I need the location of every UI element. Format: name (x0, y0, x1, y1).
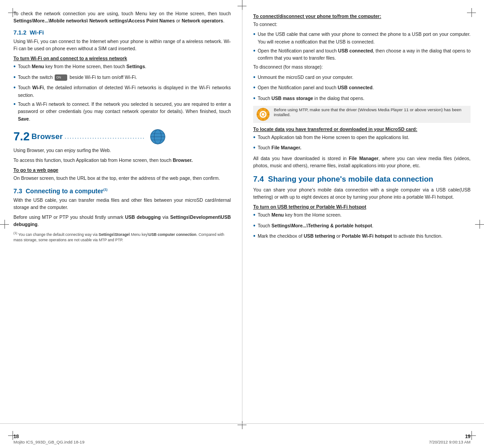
bullet-dot: • (253, 143, 255, 153)
section-712: 7.1.2 Wi-Fi Using Wi-Fi, you can connect… (13, 29, 231, 122)
section-712-title: 7.1.2 Wi-Fi (13, 29, 231, 36)
section-72-title-text: Browser (31, 132, 63, 141)
connect-heading: To connect/disconnect your phone to/from… (253, 13, 471, 19)
connect-bullet-1: • Use the USB cable that came with your … (253, 30, 471, 45)
svg-point-17 (262, 113, 264, 116)
disconnect-bullet-3: • Touch USB mass storage in the dialog t… (253, 95, 471, 104)
page-footer: Mojito ICS_993D_GB_QG.indd 18-19 7/20/20… (0, 423, 484, 448)
bullet-dot: • (253, 73, 255, 83)
content-area: To check the network connection you are … (13, 10, 471, 421)
left-mid-mark (0, 220, 9, 229)
tethering-subheading: To turn on USB tethering or Portable Wi-… (253, 204, 471, 209)
bullet-dot: • (253, 133, 255, 143)
to-connect-label: To connect: (253, 21, 471, 28)
wifi-bullet-4: • Touch a Wi-Fi network to connect. If t… (13, 100, 231, 122)
bullet-dot: • (253, 46, 255, 56)
bullet-dot: • (13, 73, 16, 83)
browser-globe-icon (150, 129, 166, 145)
section-73-title: 7.3 Connecting to a computer(1) (13, 187, 231, 195)
browser-subheading: To go to a web page (13, 167, 231, 173)
section-73: 7.3 Connecting to a computer(1) With the… (13, 187, 231, 243)
wifi-bullet-1: • Touch Menu key from the Home screen, t… (13, 63, 231, 72)
left-column: To check the network connection you are … (13, 10, 238, 421)
disconnect-bullet-1: • Unmount the microSD card on your compu… (253, 74, 471, 83)
wifi-bullet-2: • Touch the switch beside Wi-Fi to turn … (13, 74, 231, 83)
note-text: Before using MTP, make sure that the dri… (274, 107, 468, 117)
bullet-dot: • (13, 100, 16, 109)
footer-filename: Mojito ICS_993D_GB_QG.indd 18-19 (13, 439, 166, 444)
bullet-dot: • (253, 210, 255, 220)
tethering-bullet-2: • Touch Settings\More...\Tethering & por… (253, 222, 471, 231)
page-container: To check the network connection you are … (0, 0, 484, 448)
to-disconnect-label: To disconnect (for mass storage): (253, 63, 471, 70)
section-72-dots: ................................ (65, 133, 145, 140)
section-73-para2: Before using MTP or PTP you should first… (13, 213, 231, 228)
svg-rect-11 (268, 113, 269, 115)
browser-para1: Using Browser, you can enjoy surfing the… (13, 147, 231, 154)
svg-rect-9 (263, 119, 264, 121)
wifi-bullet-3: • Touch Wi-Fi, the detailed information … (13, 84, 231, 99)
locate-bullet-1: • Touch Application tab from the Home sc… (253, 134, 471, 143)
footnote-1: (1) You can change the default connectin… (13, 231, 231, 243)
note-box: Before using MTP, make sure that the dri… (253, 106, 471, 123)
section-74-title: 7.4 Sharing your phone's mobile data con… (253, 175, 471, 184)
section-72-header: 7.2 Browser ............................… (13, 129, 231, 145)
browser-para3: On Browser screen, touch the URL box at … (13, 174, 231, 182)
disconnect-bullet-2: • Open the Notification panel and touch … (253, 84, 471, 93)
locate-bullet-2: • Touch File Manager. (253, 144, 471, 153)
bullet-dot: • (253, 231, 255, 241)
section-73-para1: With the USB cable, you can transfer med… (13, 196, 231, 211)
tethering-bullet-1: • Touch Menu key from the Home screen. (253, 211, 471, 220)
bullet-dot: • (13, 62, 16, 72)
footer-date: 7/20/2012 9:00:13 AM (318, 439, 471, 444)
section-72: 7.2 Browser ............................… (13, 129, 231, 182)
browser-para2: To access this function, touch Applicati… (13, 157, 231, 164)
locate-para: All data you have downloaded is stored i… (253, 155, 471, 170)
wifi-para1: Using Wi-Fi, you can connect to the Inte… (13, 38, 231, 52)
section-74-para1: You can share your phone's mobile data c… (253, 186, 471, 201)
wifi-subheading: To turn Wi-Fi on and connect to a wirele… (13, 56, 231, 61)
toggle-switch (55, 74, 67, 81)
bullet-dot: • (253, 221, 255, 231)
connect-bullet-2: • Open the Notification panel and touch … (253, 47, 471, 62)
tethering-bullet-3: • Mark the checkbox of USB tethering or … (253, 232, 471, 241)
bullet-dot: • (13, 83, 16, 93)
note-icon (256, 107, 270, 122)
bullet-dot: • (253, 94, 255, 104)
locate-heading: To locate data you have transferred or d… (253, 126, 471, 132)
section-74: 7.4 Sharing your phone's mobile data con… (253, 175, 471, 242)
right-mid-mark (475, 220, 484, 229)
right-column: To connect/disconnect your phone to/from… (251, 10, 471, 421)
bullet-dot: • (253, 83, 255, 93)
svg-rect-8 (263, 108, 264, 110)
intro-paragraph: To check the network connection you are … (13, 10, 231, 25)
bullet-dot: • (253, 30, 255, 39)
section-72-number: 7.2 (13, 130, 30, 144)
svg-rect-10 (257, 113, 259, 115)
